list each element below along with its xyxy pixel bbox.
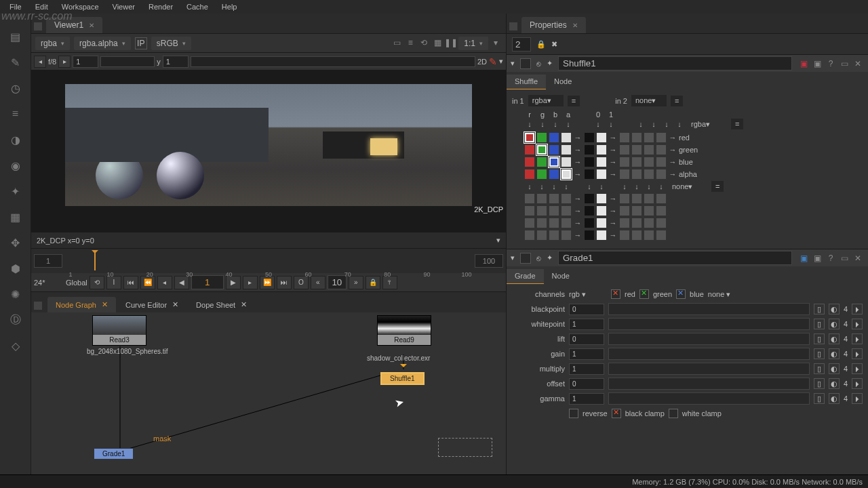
black-clamp-check[interactable] <box>612 409 621 418</box>
red-check[interactable] <box>611 289 620 299</box>
matrix-cell[interactable] <box>561 193 572 204</box>
lock-icon[interactable]: 🔒 <box>536 40 546 49</box>
matrix-cell[interactable] <box>644 144 654 155</box>
matrix-cell[interactable] <box>549 230 559 241</box>
close-icon[interactable]: ✕ <box>572 22 578 29</box>
close-icon[interactable]: ✕ <box>241 300 247 309</box>
matrix-cell[interactable] <box>536 169 547 180</box>
matrix-cell[interactable] <box>584 157 595 167</box>
color-slider-icon[interactable]: ▯ <box>814 393 825 404</box>
param-input[interactable] <box>569 363 604 375</box>
color-wheel-icon[interactable]: ◐ <box>829 333 840 344</box>
matrix-cell[interactable] <box>584 193 595 204</box>
node-grade1[interactable]: Grade1 <box>94 448 134 460</box>
matrix-cell[interactable] <box>536 193 547 204</box>
tool-merge-icon[interactable]: ▦ <box>9 210 22 224</box>
next-button[interactable]: ▸ <box>58 56 71 68</box>
tab-node-graph[interactable]: Node Graph✕ <box>47 297 116 312</box>
matrix-cell[interactable] <box>596 205 607 216</box>
param-input[interactable] <box>569 378 604 390</box>
color-slider-icon[interactable]: ▯ <box>814 363 825 374</box>
gain-slider[interactable] <box>100 56 155 67</box>
anim-icon[interactable]: ⏵ <box>852 333 863 344</box>
matrix-cell[interactable] <box>596 230 607 241</box>
param-input[interactable] <box>569 393 604 405</box>
color-wheel-icon[interactable]: ◐ <box>829 393 840 404</box>
matrix-cell[interactable] <box>656 169 667 180</box>
range-start[interactable]: 1 <box>34 254 62 268</box>
tool-image-icon[interactable]: ▤ <box>9 30 22 43</box>
float-icon[interactable]: ▭ <box>838 252 850 264</box>
viewport[interactable]: 2K_DCP <box>31 70 506 232</box>
lut-dropdown[interactable]: sRGB <box>151 37 191 50</box>
matrix-cell[interactable] <box>656 205 667 216</box>
param-slider[interactable] <box>608 363 810 375</box>
matrix-cell[interactable] <box>584 132 595 143</box>
node-read9[interactable]: Read9 <box>377 315 431 346</box>
matrix-cell[interactable] <box>561 157 572 167</box>
channel-dropdown[interactable]: rgba <box>35 37 70 50</box>
matrix-cell[interactable] <box>631 132 642 143</box>
param-slider[interactable] <box>608 378 810 390</box>
wand-icon[interactable]: ✦ <box>547 253 553 262</box>
matrix-cell[interactable] <box>619 157 630 167</box>
layout-toggle-icon[interactable] <box>509 22 517 30</box>
matrix-cell[interactable] <box>631 230 642 241</box>
tab-node[interactable]: Node <box>546 75 580 89</box>
lock-icon[interactable]: 🔒 <box>366 276 380 289</box>
color-slider-icon[interactable]: ▯ <box>814 319 825 329</box>
matrix-cell[interactable] <box>549 144 559 155</box>
chevron-down-icon[interactable]: ▾ <box>496 236 500 245</box>
refresh-icon[interactable]: ⟲ <box>418 37 430 49</box>
color-wheel-icon[interactable]: ◐ <box>829 319 840 329</box>
matrix-cell[interactable] <box>619 132 630 143</box>
pen-icon[interactable]: ✎ <box>489 56 497 67</box>
ip-toggle[interactable]: IP <box>135 37 147 49</box>
blue-check[interactable] <box>676 289 686 299</box>
revert-icon[interactable]: ▣ <box>797 58 810 70</box>
out1-dropdown[interactable]: rgba▾ <box>691 120 729 129</box>
close-icon[interactable]: ✕ <box>89 22 94 29</box>
menu-viewer[interactable]: Viewer <box>106 1 142 12</box>
anim-icon[interactable]: ⏵ <box>852 319 863 329</box>
in1-dropdown[interactable]: rgba▾ <box>528 95 564 106</box>
tool-filter-icon[interactable]: ◉ <box>9 159 22 172</box>
channels-dropdown[interactable]: rgb ▾ <box>569 290 607 299</box>
chevron-down-icon[interactable]: ▾ <box>511 253 515 262</box>
matrix-cell[interactable] <box>619 230 630 241</box>
link-icon[interactable]: ⎋ <box>536 254 541 262</box>
green-check[interactable] <box>639 289 649 299</box>
tool-deep-icon[interactable]: Ⓓ <box>9 313 22 327</box>
matrix-cell[interactable] <box>561 169 572 180</box>
revert-icon[interactable]: ▣ <box>797 252 810 264</box>
matrix-cell[interactable] <box>561 132 572 143</box>
wand-icon[interactable]: ✦ <box>547 59 553 68</box>
last-frame-button[interactable]: ⏭ <box>277 276 292 289</box>
matrix-cell[interactable] <box>536 144 547 155</box>
tool-3d-icon[interactable]: ⬢ <box>9 262 22 275</box>
matrix-cell[interactable] <box>536 132 547 143</box>
matrix-cell[interactable] <box>561 205 572 216</box>
node-name-input[interactable] <box>558 251 792 265</box>
panel-header-grade[interactable]: ▾ ⎋ ✦ ▣ ▣ ? ▭ ✕ <box>507 249 868 266</box>
reverse-check[interactable] <box>569 409 578 418</box>
matrix-cell[interactable] <box>656 157 667 167</box>
mask-dropdown[interactable]: none ▾ <box>708 290 731 299</box>
matrix-cell[interactable] <box>524 144 535 155</box>
matrix-cell[interactable] <box>644 205 654 216</box>
matrix-cell[interactable] <box>536 218 547 228</box>
chevron-down-icon[interactable]: ▾ <box>511 59 515 68</box>
matrix-cell[interactable] <box>656 144 667 155</box>
gamma-slider[interactable] <box>191 56 475 67</box>
matrix-cell[interactable] <box>584 205 595 216</box>
matrix-cell[interactable] <box>656 193 667 204</box>
param-slider[interactable] <box>608 348 810 360</box>
gain-input[interactable] <box>73 56 98 68</box>
first-frame-button[interactable]: ⏮ <box>123 276 138 289</box>
stack-icon[interactable]: ≡ <box>404 37 416 49</box>
anim-icon[interactable]: ⏵ <box>852 363 863 374</box>
panel-header-shuffle[interactable]: ▾ ⎋ ✦ ▣ ▣ ? ▭ ✕ <box>507 54 868 72</box>
matrix-cell[interactable] <box>619 169 630 180</box>
matrix-cell[interactable] <box>524 132 535 143</box>
timeline-playhead[interactable] <box>94 251 96 270</box>
